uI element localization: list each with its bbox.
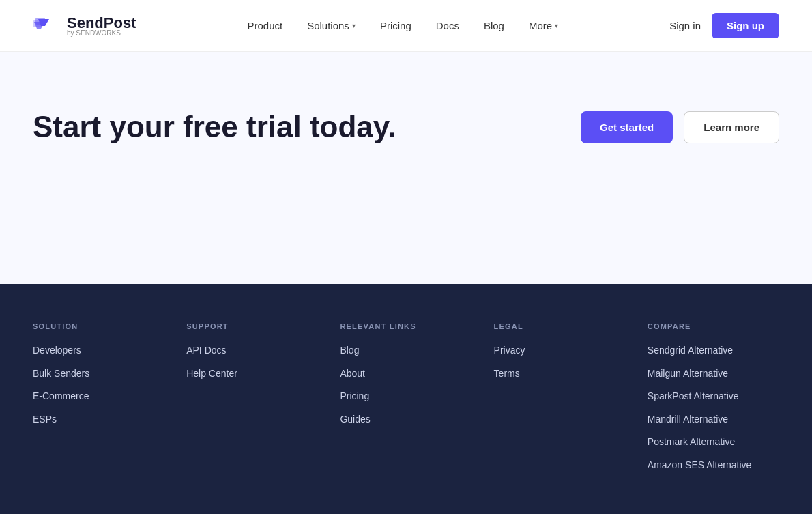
footer-col-relevant-title: RELEVANT LINKS [340,322,472,330]
footer-link-postmark[interactable]: Postmark Alternative [648,436,779,449]
footer-col-legal-title: LEGAL [494,322,626,330]
logo[interactable]: SendPost by SENDWORKS [33,14,136,37]
nav-docs[interactable]: Docs [436,20,459,31]
nav-pricing[interactable]: Pricing [380,20,411,31]
footer-link-ecommerce[interactable]: E-Commerce [33,390,164,403]
footer-link-sendgrid[interactable]: Sendgrid Alternative [648,344,779,358]
nav-links: Product Solutions ▾ Pricing Docs Blog Mo… [247,20,558,31]
signin-button[interactable]: Sign in [669,20,701,31]
footer-link-sparkpost[interactable]: SparkPost Alternative [648,390,779,403]
footer-col-solution: SOLUTION Developers Bulk Senders E-Comme… [33,322,164,482]
footer-link-developers[interactable]: Developers [33,344,164,358]
footer-link-amazon-ses[interactable]: Amazon SES Alternative [648,459,779,472]
nav-more[interactable]: More ▾ [529,20,558,31]
footer-col-support: SUPPORT API Docs Help Center [186,322,318,482]
footer-link-guides[interactable]: Guides [340,413,472,427]
footer-link-terms[interactable]: Terms [494,367,626,381]
footer-col-compare-title: COMPARE [648,322,779,330]
nav-blog[interactable]: Blog [484,20,504,31]
footer-grid: SOLUTION Developers Bulk Senders E-Comme… [33,322,779,482]
navigation: SendPost by SENDWORKS Product Solutions … [0,0,812,52]
footer-link-api-docs[interactable]: API Docs [186,344,318,358]
footer: SOLUTION Developers Bulk Senders E-Comme… [0,284,812,514]
hero-title: Start your free trial today. [33,110,396,145]
footer-link-esps[interactable]: ESPs [33,413,164,427]
footer-link-mailgun[interactable]: Mailgun Alternative [648,367,779,381]
footer-link-help-center[interactable]: Help Center [186,367,318,381]
footer-col-support-title: SUPPORT [186,322,318,330]
chevron-down-icon-more: ▾ [555,22,558,29]
learn-more-button[interactable]: Learn more [684,111,779,143]
footer-link-privacy[interactable]: Privacy [494,344,626,358]
footer-link-pricing[interactable]: Pricing [340,390,472,403]
footer-link-about[interactable]: About [340,367,472,381]
nav-product[interactable]: Product [247,20,282,31]
hero-left: Start your free trial today. [33,110,396,145]
footer-link-mandrill[interactable]: Mandrill Alternative [648,413,779,427]
get-started-button[interactable]: Get started [581,111,673,143]
footer-col-legal: LEGAL Privacy Terms [494,322,626,482]
footer-link-blog[interactable]: Blog [340,344,472,358]
footer-col-solution-title: SOLUTION [33,322,164,330]
chevron-down-icon: ▾ [352,22,356,29]
footer-link-bulk-senders[interactable]: Bulk Senders [33,367,164,381]
nav-actions: Sign in Sign up [669,13,779,38]
signup-button[interactable]: Sign up [712,13,779,38]
footer-col-compare: COMPARE Sendgrid Alternative Mailgun Alt… [648,322,779,482]
hero-section: Start your free trial today. Get started… [0,52,812,202]
nav-solutions[interactable]: Solutions ▾ [307,20,356,31]
hero-cta-group: Get started Learn more [581,111,779,143]
spacer [0,202,812,284]
footer-col-relevant: RELEVANT LINKS Blog About Pricing Guides [340,322,472,482]
